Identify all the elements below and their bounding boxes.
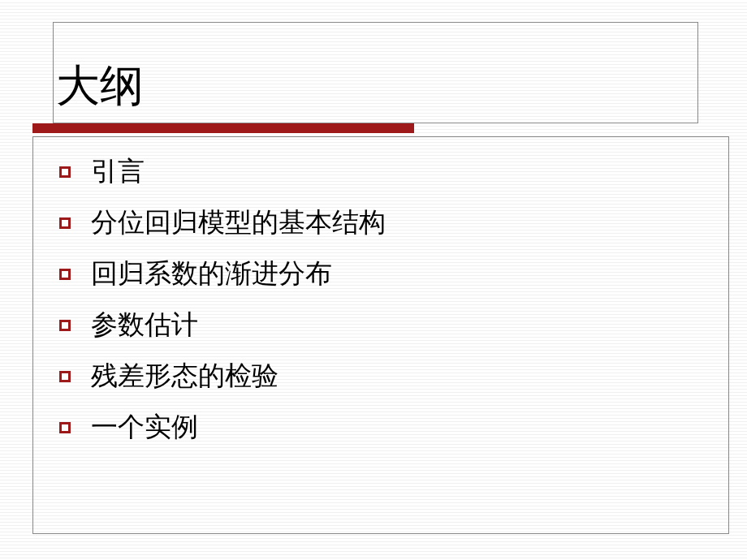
list-item: 回归系数的渐进分布 <box>59 256 728 292</box>
bullet-text: 回归系数的渐进分布 <box>91 256 332 292</box>
slide-title: 大纲 <box>56 57 697 116</box>
content-container: 引言 分位回归模型的基本结构 回归系数的渐进分布 参数估计 残差形态的检验 一个… <box>32 136 729 534</box>
list-item: 分位回归模型的基本结构 <box>59 205 728 241</box>
bullet-text: 参数估计 <box>91 307 198 343</box>
list-item: 残差形态的检验 <box>59 358 728 394</box>
list-item: 一个实例 <box>59 409 728 446</box>
list-item: 引言 <box>59 153 728 190</box>
bullet-text: 一个实例 <box>91 409 198 446</box>
bullet-icon <box>59 218 71 229</box>
bullet-icon <box>59 422 71 433</box>
bullet-icon <box>59 166 71 178</box>
title-container: 大纲 <box>53 22 698 123</box>
bullet-icon <box>59 320 71 331</box>
bullet-text: 引言 <box>91 153 145 190</box>
bullet-text: 残差形态的检验 <box>91 358 279 394</box>
list-item: 参数估计 <box>59 307 728 343</box>
title-underline <box>32 123 414 133</box>
bullet-text: 分位回归模型的基本结构 <box>91 205 386 241</box>
bullet-icon <box>59 371 71 382</box>
bullet-icon <box>59 269 71 280</box>
